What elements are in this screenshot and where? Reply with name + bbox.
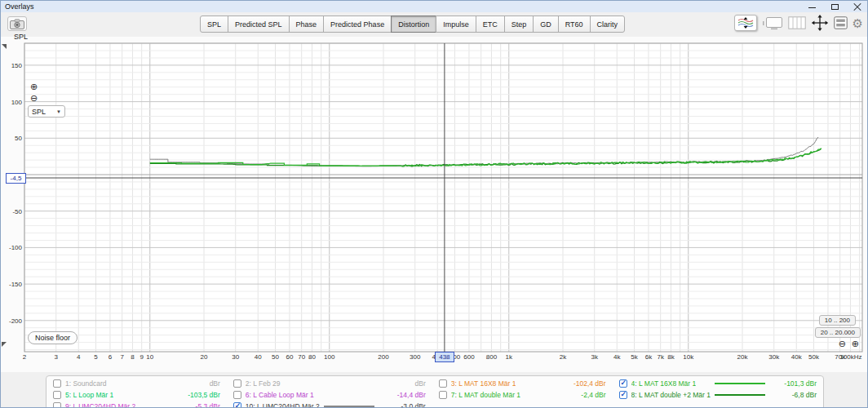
legend-label: 3: L MAT 16X8 Mär 1 [451,379,516,388]
columns-button[interactable] [788,16,806,29]
legend-entry-8[interactable]: 8: L MAT double +2 Mär 1-6,8 dBr [619,389,817,401]
tab-phase[interactable]: Phase [289,16,325,33]
collapse-bottom-arrow-icon[interactable] [2,342,7,347]
layout-button[interactable] [834,16,848,29]
legend-label: 9: L UMC204HD Mär 2 [65,402,135,408]
cursor-frequency-value: 438 [439,353,450,361]
range-button-20-20000[interactable]: 20 .. 20.000 [815,327,861,338]
legend-line-sample [324,406,374,407]
legend-entry-1[interactable]: 1: SoundcarddBr [53,378,220,389]
legend-value: dBr [414,379,425,388]
legend-value: dBr [210,379,220,388]
y-tick-label: 100 [1,98,22,105]
legend-value: -102,4 dBr [574,379,606,388]
tab-distortion[interactable]: Distortion [391,16,436,33]
checkbox-icon[interactable] [233,391,241,399]
x-zoom-out-icon[interactable]: ⊖ [839,339,846,348]
x-tick-label: 5 [94,353,97,361]
x-tick-label: 7 [120,353,123,361]
tab-step[interactable]: Step [504,16,534,33]
legend-value: -6,8 dBr [769,391,817,399]
legend-label: 1: Soundcard [65,379,107,388]
range-10-200-label: 10 .. 200 [825,317,850,324]
collapse-top-arrow-icon[interactable] [2,44,7,49]
toolbar: SPLPredicted SPLPhasePredicted PhaseDist… [1,12,867,37]
checkbox-icon[interactable] [53,402,61,408]
checkbox-icon[interactable] [439,379,447,388]
x-tick-label: 30 [232,353,239,361]
legend-entry-4[interactable]: 4: L MAT 16X8 Mär 1-101,3 dBr [619,378,817,389]
plot-area[interactable] [1,37,868,372]
x-tick-label: 6k [645,353,652,361]
legend-line-sample [715,383,765,384]
x-tick-label: 2 [23,353,26,361]
legend-value: -2,4 dBr [581,391,605,399]
y-tick-label: -200 [1,317,22,324]
monitor-icon [762,16,783,30]
pan-mode-button[interactable] [811,15,829,31]
window-title: Overlays [5,2,34,11]
x-tick-label: 80 [308,353,316,361]
tab-spl[interactable]: SPL [200,16,228,33]
legend-value: -103,5 dBr [188,391,220,399]
y-tick-label: -50 [1,207,22,215]
legend-label: 7: L MAT double Mär 1 [451,391,520,399]
y-zoom-out-icon[interactable]: ⊖ [30,94,38,103]
checkbox-checked-icon[interactable] [619,379,627,388]
tab-gd[interactable]: GD [533,16,559,33]
chevron-down-icon: ▼ [56,109,61,114]
x-tick-label: 7k [657,353,663,361]
legend-entry-2[interactable]: 2: L Feb 29dBr [233,378,426,389]
x-tick-label: 30k [768,353,779,361]
checkbox-icon[interactable] [233,379,241,388]
gear-icon[interactable]: ⚙ [852,17,863,29]
checkbox-icon[interactable] [439,391,447,399]
tab-clarity[interactable]: Clarity [590,16,626,33]
range-20-20000-label: 20 .. 20.000 [821,329,855,336]
y-tick-label: -150 [1,281,22,288]
legend-entry-10[interactable]: 10: L UMC204HD Mär 2-3,0 dBr [233,401,426,408]
layout-list-icon [834,16,848,29]
graph-panel: SPL 15010050-50-100-150-200 234567891020… [1,37,867,372]
tab-etc[interactable]: ETC [476,16,505,33]
legend-entry-9[interactable]: 9: L UMC204HD Mär 2-5,3 dBr [53,401,220,408]
curve-adjust-button[interactable] [734,15,757,31]
x-tick-label: 1k [506,353,512,361]
pan-arrows-icon [811,15,829,31]
checkbox-icon[interactable] [53,391,61,399]
title-bar: Overlays [1,1,867,12]
checkbox-checked-icon[interactable] [619,391,627,399]
x-tick-label: 300 [410,353,420,361]
noise-floor-button[interactable]: Noise floor [28,331,78,344]
monitor-button[interactable] [762,16,783,30]
capture-graph-button[interactable] [7,16,27,31]
checkbox-checked-icon[interactable] [233,402,241,408]
tab-impulse[interactable]: Impulse [436,16,476,33]
y-tick-label: -100 [1,244,22,251]
tab-predicted-phase[interactable]: Predicted Phase [323,16,392,33]
legend-value: -3,0 dBr [379,402,426,408]
legend-entry-6[interactable]: 6: L Cable Loop Mär 1-14,4 dBr [233,389,426,401]
minimize-icon[interactable] [808,2,817,11]
legend-entry-5[interactable]: 5: L Loop Mär 1-103,5 dBr [53,389,220,401]
maximize-icon[interactable] [830,2,839,11]
x-tick-label: 800 [486,353,497,361]
x-tick-label: 2k [560,353,566,361]
camera-icon [10,19,24,29]
close-icon[interactable] [853,2,862,11]
overlays-window: Overlays SPLPredicted SPLPhasePredicted … [0,0,868,408]
tab-predicted-spl[interactable]: Predicted SPL [228,16,290,33]
x-zoom-in-icon[interactable]: ⊕ [852,339,859,348]
columns-icon [788,16,806,29]
range-button-10-200[interactable]: 10 .. 200 [819,315,856,326]
y-zoom-in-icon[interactable]: ⊕ [30,82,38,91]
x-tick-label: 100 [324,353,334,361]
legend-entry-7[interactable]: 7: L MAT double Mär 1-2,4 dBr [439,389,606,401]
noise-floor-label: Noise floor [35,334,70,342]
checkbox-icon[interactable] [53,379,61,388]
tab-rt60[interactable]: RT60 [558,16,591,33]
x-tick-label: 100kHz [839,353,861,361]
x-tick-label: 5k [631,353,637,361]
legend-entry-3[interactable]: 3: L MAT 16X8 Mär 1-102,4 dBr [439,378,606,389]
vertical-axis-dropdown[interactable]: SPL ▼ [28,105,65,118]
